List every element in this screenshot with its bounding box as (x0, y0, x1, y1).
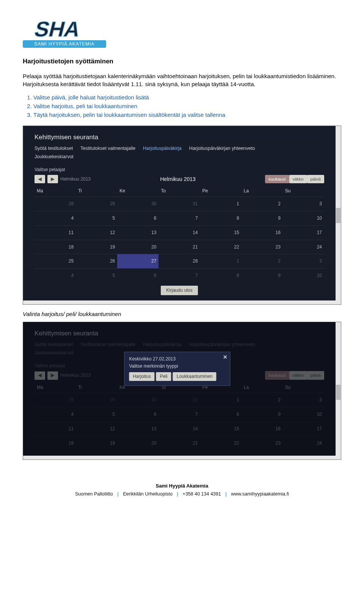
calendar-day-cell[interactable]: 17 (283, 225, 324, 240)
calendar-day-cell[interactable]: 20 (117, 240, 158, 254)
calendar-day-cell[interactable]: 4 (35, 269, 76, 283)
calendar-day-cell[interactable]: 18 (35, 436, 76, 450)
calendar-day-cell[interactable]: 28 (158, 254, 200, 269)
calendar-day-cell[interactable]: 16 (242, 422, 283, 436)
calendar-day-cell[interactable]: 31 (158, 197, 200, 211)
calendar-day-cell[interactable]: 2 (242, 254, 283, 269)
calendar-day-cell[interactable]: 6 (117, 269, 158, 283)
calendar-day-cell[interactable]: 31 (158, 393, 200, 407)
calendar-day-cell[interactable]: 23 (242, 240, 283, 254)
calendar-day-cell[interactable]: 28 (35, 197, 76, 211)
calendar-day-cell[interactable]: 30 (117, 393, 158, 407)
calendar-day-cell[interactable]: 22 (200, 436, 242, 450)
calendar-day-cell[interactable]: 21 (158, 240, 200, 254)
tab-valmentajalle[interactable]: Testitulokset valmentajalle (80, 145, 135, 152)
view-day-button[interactable]: päivä (307, 371, 325, 379)
calendar-day-cell[interactable]: 3 (283, 197, 324, 211)
calendar-day-cell[interactable]: 7 (158, 269, 200, 283)
calendar-day-cell[interactable]: 19 (76, 240, 117, 254)
calendar-day-cell[interactable]: 8 (200, 407, 242, 422)
calendar-day-cell[interactable]: 16 (242, 225, 283, 240)
calendar-day-cell[interactable]: 14 (158, 225, 200, 240)
calendar-day-cell[interactable]: 3 (283, 393, 324, 407)
calendar-day-cell[interactable]: 5 (76, 211, 117, 226)
calendar-day-cell[interactable]: 15 (200, 225, 242, 240)
calendar-day-cell[interactable]: 8 (200, 269, 242, 283)
calendar-day-cell[interactable]: 6 (117, 407, 158, 422)
calendar-day-cell[interactable]: 5 (76, 269, 117, 283)
calendar-day-cell[interactable]: 13 (117, 422, 158, 436)
scrollbar-thumb[interactable] (336, 208, 340, 223)
calendar-day-cell[interactable]: 9 (242, 269, 283, 283)
calendar-day-cell[interactable]: 11 (35, 225, 76, 240)
tab-joukkuekeskiarvot[interactable]: Joukkuekeskiarvot (35, 154, 74, 160)
tab-yhteenveto[interactable]: Harjoituspäiväkirjan yhteenveto (189, 145, 255, 152)
scrollbar-horizontal[interactable] (23, 300, 341, 304)
calendar-day-cell[interactable]: 29 (76, 197, 117, 211)
calendar-day-cell[interactable]: 10 (283, 211, 324, 226)
tab-harjoituspaivakirja[interactable]: Harjoituspäiväkirja (143, 341, 182, 348)
calendar-day-cell[interactable]: 1 (200, 254, 242, 269)
scrollbar-vertical[interactable] (336, 322, 341, 456)
calendar-day-cell[interactable]: 4 (35, 407, 76, 422)
calendar-day-cell[interactable]: 9 (242, 407, 283, 422)
calendar-day-cell[interactable]: 8 (200, 211, 242, 226)
calendar-day-cell[interactable]: 30 (117, 197, 158, 211)
view-month-button[interactable]: kuukausi (265, 371, 289, 379)
calendar-day-cell[interactable]: 6 (117, 211, 158, 226)
calendar-day-cell[interactable]: 19 (76, 436, 117, 450)
view-day-button[interactable]: päivä (307, 175, 325, 183)
calendar-day-cell[interactable]: 10 (283, 407, 324, 422)
calendar-day-cell[interactable]: 9 (242, 211, 283, 226)
logout-button[interactable]: Kirjaudu ulos (161, 286, 198, 295)
calendar-day-cell[interactable]: 1 (200, 393, 242, 407)
calendar-day-cell[interactable]: 14 (158, 422, 200, 436)
tab-syota[interactable]: Syötä testitulokset (35, 145, 73, 152)
calendar-day-cell[interactable]: 27 (117, 254, 158, 269)
popup-btn-harjoitus[interactable]: Harjoitus (129, 372, 154, 381)
tab-syota[interactable]: Syötä testitulokset (35, 341, 73, 348)
tab-valmentajalle[interactable]: Testitulokset valmentajalle (80, 341, 135, 348)
calendar-day-cell[interactable]: 15 (200, 422, 242, 436)
calendar-day-cell[interactable]: 11 (35, 422, 76, 436)
calendar-day-cell[interactable]: 17 (283, 422, 324, 436)
calendar-day-cell[interactable]: 18 (35, 240, 76, 254)
view-week-button[interactable]: viikko (289, 175, 307, 183)
calendar-day-cell[interactable]: 12 (76, 225, 117, 240)
next-month-button[interactable]: ▶ (47, 175, 58, 183)
calendar-day-cell[interactable]: 28 (35, 393, 76, 407)
close-icon[interactable]: ✕ (223, 354, 228, 361)
scrollbar-thumb[interactable] (336, 385, 340, 400)
prev-month-button[interactable]: ◀ (35, 371, 45, 380)
calendar-day-cell[interactable]: 26 (76, 254, 117, 269)
calendar-day-cell[interactable]: 7 (158, 211, 200, 226)
calendar-day-cell[interactable]: 7 (158, 407, 200, 422)
calendar-day-cell[interactable]: 13 (117, 225, 158, 240)
prev-month-button[interactable]: ◀ (35, 175, 45, 183)
calendar-day-cell[interactable]: 4 (35, 211, 76, 226)
scrollbar-horizontal[interactable] (23, 456, 341, 459)
calendar-day-cell[interactable]: 2 (242, 197, 283, 211)
calendar-day-cell[interactable]: 10 (283, 269, 324, 283)
popup-btn-loukkaantuminen[interactable]: Loukkaantuminen (173, 372, 217, 381)
scrollbar-vertical[interactable] (336, 126, 341, 300)
next-month-button[interactable]: ▶ (47, 371, 58, 380)
calendar-day-cell[interactable]: 21 (158, 436, 200, 450)
tab-harjoituspaivakirja[interactable]: Harjoituspäiväkirja (143, 145, 182, 152)
calendar-day-cell[interactable]: 2 (242, 393, 283, 407)
calendar-day-cell[interactable]: 24 (283, 436, 324, 450)
calendar-day-cell[interactable]: 22 (200, 240, 242, 254)
popup-btn-peli[interactable]: Peli (156, 372, 171, 381)
calendar-day-cell[interactable]: 12 (76, 422, 117, 436)
calendar-day-cell[interactable]: 20 (117, 436, 158, 450)
view-week-button[interactable]: viikko (289, 371, 307, 379)
calendar-day-cell[interactable]: 1 (200, 197, 242, 211)
calendar-day-cell[interactable]: 3 (283, 254, 324, 269)
calendar-day-cell[interactable]: 5 (76, 407, 117, 422)
calendar-day-cell[interactable]: 25 (35, 254, 76, 269)
calendar-day-cell[interactable]: 23 (242, 436, 283, 450)
player-select-label[interactable]: Valitse pelaajat (35, 167, 324, 173)
tab-joukkuekeskiarvot[interactable]: Joukkuekeskiarvot (35, 350, 74, 357)
calendar-day-cell[interactable]: 29 (76, 393, 117, 407)
view-month-button[interactable]: kuukausi (265, 175, 289, 183)
